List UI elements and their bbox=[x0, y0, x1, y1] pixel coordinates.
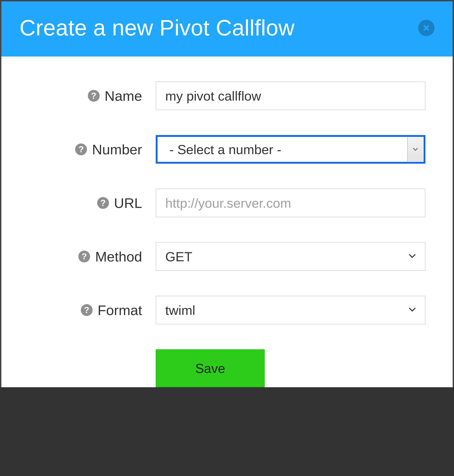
help-icon[interactable]: ? bbox=[78, 251, 90, 262]
method-row: ? Method GET bbox=[29, 242, 425, 271]
name-input[interactable] bbox=[156, 82, 425, 110]
number-label-wrap: ? Number bbox=[29, 141, 156, 158]
format-select[interactable]: twiml bbox=[156, 296, 425, 324]
format-row: ? Format twiml bbox=[29, 296, 425, 324]
url-row: ? URL bbox=[29, 189, 425, 217]
method-label-wrap: ? Method bbox=[29, 249, 156, 265]
name-label: Name bbox=[105, 88, 142, 104]
number-row: ? Number - Select a number - bbox=[29, 135, 425, 164]
create-pivot-callflow-modal: Create a new Pivot Callflow ? Name ? Num… bbox=[0, 0, 454, 387]
modal-header: Create a new Pivot Callflow bbox=[1, 1, 453, 57]
format-label: Format bbox=[98, 302, 142, 318]
method-label: Method bbox=[95, 249, 142, 265]
help-icon[interactable]: ? bbox=[81, 304, 93, 316]
url-label-wrap: ? URL bbox=[29, 195, 156, 211]
method-select-value: GET bbox=[156, 242, 425, 271]
close-icon bbox=[422, 24, 430, 32]
help-icon[interactable]: ? bbox=[97, 197, 109, 209]
modal-body: ? Name ? Number - Select a number - bbox=[1, 57, 453, 387]
format-label-wrap: ? Format bbox=[29, 302, 156, 318]
close-button[interactable] bbox=[418, 20, 434, 36]
url-input[interactable] bbox=[156, 189, 425, 217]
method-select[interactable]: GET bbox=[156, 242, 425, 271]
help-icon[interactable]: ? bbox=[75, 144, 87, 155]
name-row: ? Name bbox=[29, 82, 425, 110]
name-label-wrap: ? Name bbox=[29, 88, 156, 104]
save-button[interactable]: Save bbox=[156, 349, 265, 387]
number-select[interactable]: - Select a number - bbox=[156, 135, 425, 164]
modal-title: Create a new Pivot Callflow bbox=[20, 15, 295, 41]
url-label: URL bbox=[114, 195, 142, 211]
number-label: Number bbox=[92, 141, 142, 158]
number-select-value: - Select a number - bbox=[156, 135, 425, 164]
format-select-value: twiml bbox=[156, 296, 425, 324]
help-icon[interactable]: ? bbox=[88, 90, 100, 102]
button-row: Save bbox=[29, 349, 425, 387]
